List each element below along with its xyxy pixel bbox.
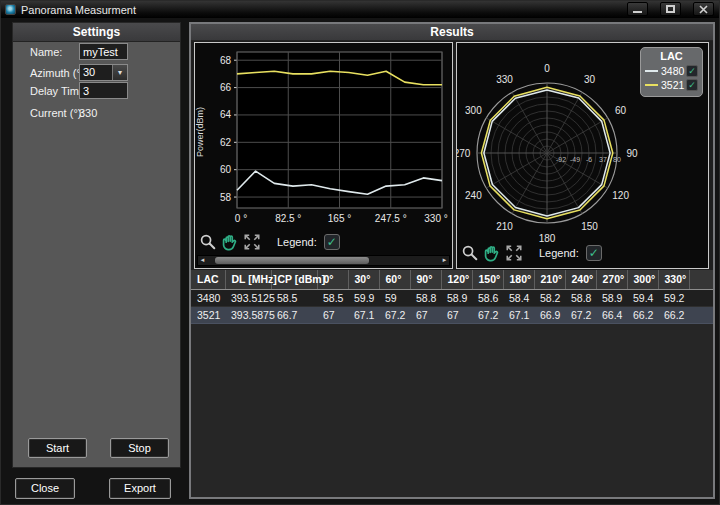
column-header[interactable]: 240° — [565, 270, 596, 289]
scrollbar-track[interactable] — [207, 256, 440, 265]
line-chart-panel: Power(dBm) 5860626466680 °82.5 °165 °247… — [194, 42, 453, 269]
azimuth-dropdown[interactable]: 30 ▾ — [79, 64, 128, 81]
chart-horizontal-scrollbar[interactable]: ◄ ► — [197, 255, 450, 266]
table-row[interactable]: 3521393.587566.76767.167.2676767.267.166… — [191, 306, 713, 323]
table-cell: 67 — [317, 306, 348, 323]
column-header[interactable]: DL [MHz] — [225, 270, 271, 289]
column-header[interactable]: LAC — [191, 270, 225, 289]
column-header[interactable]: 300° — [627, 270, 658, 289]
results-table[interactable]: LACDL [MHz]CP [dBm]0°30°60°90°120°150°18… — [191, 270, 713, 324]
column-header[interactable]: 120° — [441, 270, 472, 289]
svg-text:210: 210 — [496, 221, 513, 232]
name-input[interactable] — [79, 43, 128, 60]
series-line-sample — [645, 70, 658, 72]
legend-checkbox[interactable]: ✓ — [324, 234, 340, 250]
table-cell: 58.4 — [503, 289, 534, 306]
table-cell: 66.2 — [658, 306, 689, 323]
legend-label: Legend: — [539, 247, 579, 259]
svg-text:120: 120 — [612, 190, 629, 201]
fit-expand-icon[interactable] — [243, 233, 261, 251]
table-cell: 67.2 — [472, 306, 503, 323]
svg-text:180: 180 — [539, 233, 556, 244]
stop-button[interactable]: Stop — [110, 438, 169, 458]
table-cell: 58.9 — [441, 289, 472, 306]
table-cell: 66.2 — [627, 306, 658, 323]
app-icon — [5, 4, 16, 15]
svg-text:-6: -6 — [586, 156, 592, 163]
fit-expand-icon[interactable] — [505, 244, 523, 262]
svg-text:-92: -92 — [556, 156, 566, 163]
column-header[interactable]: 60° — [379, 270, 410, 289]
series-label: 3480 — [661, 65, 686, 77]
table-cell: 58.8 — [410, 289, 441, 306]
maximize-icon[interactable] — [660, 2, 681, 16]
legend-label: Legend: — [277, 236, 317, 248]
title-bar: Panorama Measurment — [1, 1, 720, 18]
svg-text:60: 60 — [220, 164, 232, 175]
table-cell: 393.5125 — [225, 289, 271, 306]
series-checkbox[interactable]: ✓ — [686, 79, 698, 91]
chevron-down-icon[interactable]: ▾ — [112, 65, 127, 80]
delay-input[interactable] — [79, 82, 128, 99]
current-label: Current (°): — [30, 107, 85, 119]
table-cell: 58.9 — [596, 289, 627, 306]
app-window: Panorama Measurment Settings Name: Azimu… — [0, 0, 720, 505]
close-button[interactable]: Close — [15, 478, 75, 499]
column-header[interactable]: 270° — [596, 270, 627, 289]
table-cell: 67.2 — [379, 306, 410, 323]
table-row[interactable]: 3480393.512558.558.559.95958.858.958.658… — [191, 289, 713, 306]
svg-text:66: 66 — [220, 82, 232, 93]
table-cell: 67.1 — [348, 306, 379, 323]
legend-checkbox[interactable]: ✓ — [586, 245, 602, 261]
zoom-icon[interactable] — [199, 233, 217, 251]
export-button[interactable]: Export — [109, 478, 171, 499]
svg-text:37: 37 — [599, 156, 607, 163]
polar-chart-toolbar: Legend: ✓ — [461, 244, 602, 262]
table-cell: 59.4 — [627, 289, 658, 306]
current-value: 330 — [79, 107, 97, 119]
start-button[interactable]: Start — [28, 438, 87, 458]
column-header[interactable]: 90° — [410, 270, 441, 289]
svg-text:90: 90 — [626, 148, 638, 159]
legend-item: 3521 ✓ — [641, 78, 702, 92]
window-title: Panorama Measurment — [21, 4, 136, 16]
close-icon[interactable] — [693, 2, 714, 16]
lac-legend-box: LAC 3480 ✓ 3521 ✓ — [640, 47, 703, 97]
column-header[interactable]: CP [dBm] — [271, 270, 317, 289]
column-header[interactable]: 330° — [658, 270, 689, 289]
svg-text:0 °: 0 ° — [235, 213, 247, 224]
svg-text:270: 270 — [457, 148, 471, 159]
line-chart-svg[interactable]: 5860626466680 °82.5 °165 °247.5 °330 ° — [195, 43, 451, 231]
pan-hand-icon[interactable] — [483, 244, 501, 262]
svg-text:30: 30 — [584, 74, 596, 85]
table-cell: 67.2 — [565, 306, 596, 323]
polar-chart-panel: 0306090120150180210240270300330-92-49-63… — [456, 42, 709, 269]
svg-text:247.5 °: 247.5 ° — [375, 213, 407, 224]
scroll-left-icon[interactable]: ◄ — [198, 255, 207, 266]
legend-title: LAC — [641, 50, 702, 62]
scrollbar-thumb[interactable] — [215, 257, 369, 264]
column-header[interactable]: 150° — [472, 270, 503, 289]
column-header[interactable]: 30° — [348, 270, 379, 289]
svg-text:64: 64 — [220, 109, 232, 120]
series-checkbox[interactable]: ✓ — [686, 65, 698, 77]
table-cell: 66.9 — [534, 306, 565, 323]
zoom-icon[interactable] — [461, 244, 479, 262]
scroll-right-icon[interactable]: ► — [440, 255, 449, 266]
series-line-sample — [645, 84, 658, 86]
azimuth-label: Azimuth (°) — [30, 67, 85, 79]
svg-text:62: 62 — [220, 137, 232, 148]
table-header-row: LACDL [MHz]CP [dBm]0°30°60°90°120°150°18… — [191, 270, 713, 289]
table-cell: 59 — [379, 289, 410, 306]
svg-text:60: 60 — [615, 105, 627, 116]
svg-text:300: 300 — [465, 105, 482, 116]
minimize-icon[interactable] — [627, 2, 648, 16]
y-axis-label: Power(dBm) — [195, 101, 205, 163]
svg-text:-49: -49 — [570, 156, 580, 163]
table-cell: 58.5 — [271, 289, 317, 306]
table-cell: 66.7 — [271, 306, 317, 323]
svg-text:80: 80 — [613, 156, 621, 163]
column-header[interactable]: 210° — [534, 270, 565, 289]
column-header[interactable]: 180° — [503, 270, 534, 289]
pan-hand-icon[interactable] — [221, 233, 239, 251]
